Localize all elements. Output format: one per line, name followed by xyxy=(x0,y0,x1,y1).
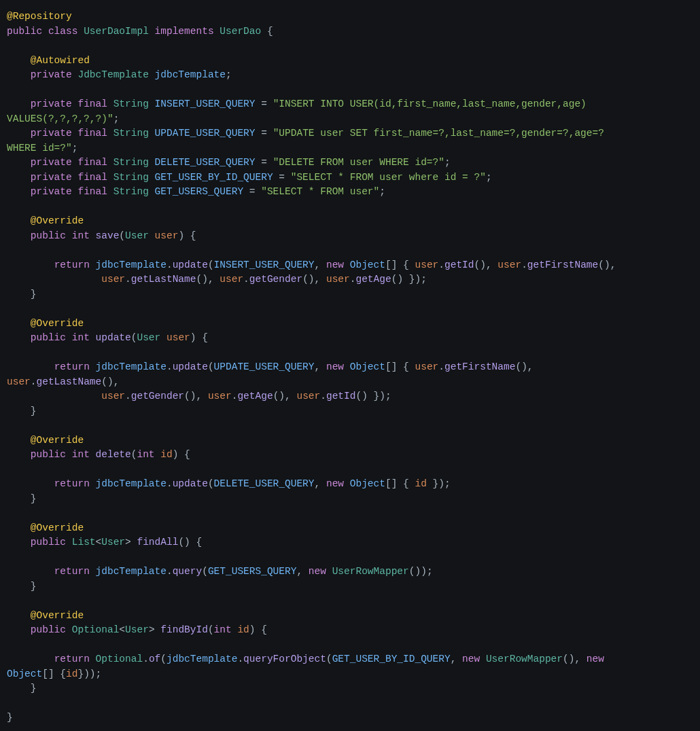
code-token: { xyxy=(403,361,409,372)
code-token: findById xyxy=(160,624,208,635)
code-token: user xyxy=(101,274,125,285)
code-token: , xyxy=(285,391,291,402)
code-token: ( xyxy=(355,391,362,402)
code-token: ) xyxy=(90,668,96,679)
code-token xyxy=(7,566,54,577)
code-token: Optional xyxy=(72,624,120,635)
code-token: "SELECT * FROM user" xyxy=(261,186,379,197)
code-token: private xyxy=(31,99,72,109)
code-token: } xyxy=(433,478,439,489)
code-token: String xyxy=(113,157,149,168)
code-token xyxy=(7,332,31,343)
code-token: String xyxy=(113,128,149,139)
code-token: @Repository xyxy=(7,11,72,22)
code-token: User xyxy=(125,624,149,635)
code-token xyxy=(533,361,540,372)
code-token: ( xyxy=(196,274,202,285)
code-token: { xyxy=(190,230,196,241)
code-token: } xyxy=(374,391,380,402)
code-token: ( xyxy=(326,654,332,664)
code-token xyxy=(7,654,54,664)
code-token: GET_USER_BY_ID_QUERY xyxy=(332,654,451,664)
code-token: . xyxy=(438,361,444,372)
code-token: final xyxy=(77,157,107,168)
code-token: @Override xyxy=(31,435,84,446)
code-token: } xyxy=(7,712,13,723)
code-token: query xyxy=(173,566,203,577)
code-token: , xyxy=(208,274,214,285)
code-token: ) xyxy=(379,391,385,402)
code-token: UserDaoImpl xyxy=(84,26,149,37)
code-token: id xyxy=(415,478,426,489)
code-token: ; xyxy=(72,143,78,154)
code-token: ) xyxy=(202,274,208,285)
code-token xyxy=(267,128,273,139)
code-token: ) xyxy=(604,260,610,270)
code-token: ) xyxy=(279,391,285,402)
code-token: ( xyxy=(598,260,604,270)
code-token: ] xyxy=(48,668,54,679)
code-token xyxy=(580,654,587,664)
code-token xyxy=(90,230,96,241)
code-token: [ xyxy=(385,260,391,270)
code-token: id xyxy=(66,668,77,679)
code-token xyxy=(66,230,72,241)
code-token: UserDao xyxy=(220,26,261,37)
code-token: } xyxy=(31,289,37,300)
code-token: . xyxy=(167,566,173,577)
code-token: ) xyxy=(84,668,90,679)
code-token: ) xyxy=(309,274,315,285)
code-token: ; xyxy=(113,113,120,124)
code-token xyxy=(7,449,31,460)
code-token: } xyxy=(31,683,37,694)
code-token: @Override xyxy=(31,318,84,329)
code-token: ) xyxy=(415,274,421,285)
code-token: < xyxy=(96,537,102,548)
code-token: getGender xyxy=(249,274,302,285)
code-token: @Override xyxy=(31,215,84,226)
code-token: Optional xyxy=(96,654,143,664)
code-token: queryForObject xyxy=(243,654,326,664)
code-token xyxy=(344,361,350,372)
code-token: . xyxy=(125,274,131,285)
code-token: getLastName xyxy=(131,274,196,285)
code-token: { xyxy=(403,478,409,489)
code-token xyxy=(273,172,279,183)
code-token: user xyxy=(326,274,350,285)
code-token xyxy=(344,478,350,489)
code-token: Object xyxy=(7,668,42,679)
code-token xyxy=(107,128,113,139)
code-token: int xyxy=(72,332,90,343)
code-token xyxy=(7,186,31,197)
code-token: public xyxy=(31,449,66,460)
code-token: final xyxy=(77,172,107,183)
code-token xyxy=(107,99,113,109)
code-token xyxy=(90,449,96,460)
code-token: getAge xyxy=(355,274,391,285)
code-token: public xyxy=(7,26,42,37)
code-token: private xyxy=(31,186,72,197)
code-token xyxy=(66,449,72,460)
code-token: @Override xyxy=(31,610,84,621)
code-token: = xyxy=(261,128,267,139)
code-token: return xyxy=(54,361,90,372)
code-token: UPDATE_USER_QUERY xyxy=(214,361,315,372)
code-token: ; xyxy=(421,274,427,285)
code-token xyxy=(77,26,84,37)
code-token xyxy=(7,55,31,66)
code-token: { xyxy=(202,332,208,343)
code-token: ) xyxy=(178,230,184,241)
code-token: , xyxy=(315,260,321,270)
code-token: UPDATE_USER_QUERY xyxy=(155,128,256,139)
code-token: new xyxy=(587,654,604,664)
code-token xyxy=(243,186,249,197)
code-editor[interactable]: @Repository public class UserDaoImpl imp… xyxy=(0,0,700,731)
code-token xyxy=(214,26,220,37)
code-token: . xyxy=(243,274,249,285)
code-token: int xyxy=(214,624,232,635)
code-token: = xyxy=(261,157,267,168)
code-token: ; xyxy=(444,478,451,489)
code-token xyxy=(256,624,262,635)
code-token: id xyxy=(160,449,172,460)
code-token: ) xyxy=(107,376,113,387)
